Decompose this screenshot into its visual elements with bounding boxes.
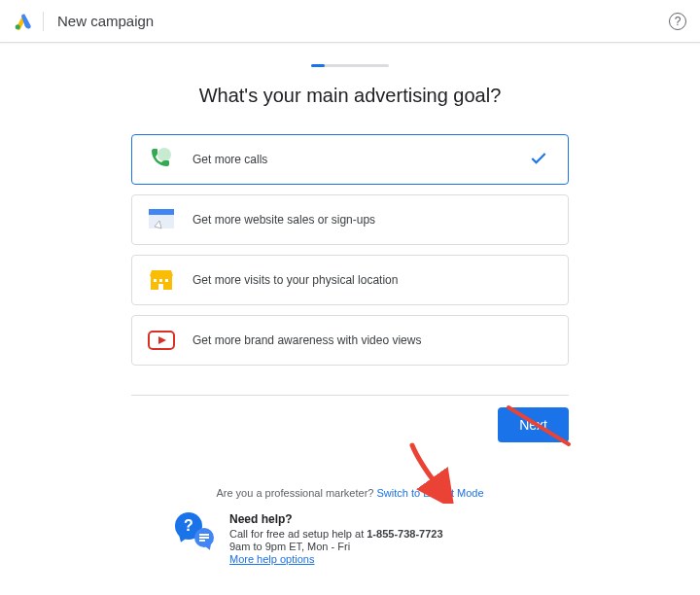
svg-rect-12 [199, 537, 209, 539]
svg-point-0 [16, 24, 20, 29]
header-divider [43, 12, 44, 31]
option-physical-location[interactable]: Get more visits to your physical locatio… [131, 255, 569, 305]
progress-bar [311, 64, 389, 67]
chat-bubbles-icon: ? [175, 512, 218, 547]
section-divider [131, 395, 569, 396]
svg-rect-11 [199, 534, 209, 536]
help-hours: 9am to 9pm ET, Mon - Fri [229, 541, 443, 552]
more-help-link[interactable]: More help options [229, 553, 314, 565]
video-icon [148, 330, 175, 351]
promo-question: Are you a professional marketer? [216, 487, 376, 499]
option-label: Get more brand awareness with video view… [192, 333, 421, 347]
header-bar: New campaign ? [0, 0, 700, 43]
svg-rect-3 [149, 215, 174, 228]
option-label: Get more visits to your physical locatio… [192, 273, 398, 287]
option-video-views[interactable]: Get more brand awareness with video view… [131, 315, 569, 366]
help-title: Need help? [229, 512, 443, 526]
option-label: Get more calls [192, 153, 267, 166]
switch-expert-mode-link[interactable]: Switch to Expert Mode [377, 487, 484, 499]
help-line-phone: Call for free ad setup help at 1-855-738… [229, 528, 443, 540]
goal-options: Get more calls Get more website sales or… [131, 134, 569, 366]
option-website-sales[interactable]: Get more website sales or sign-ups [131, 194, 569, 245]
check-icon [529, 149, 548, 171]
next-button[interactable]: Next [498, 407, 569, 442]
svg-point-1 [158, 148, 171, 161]
expert-mode-promo: Are you a professional marketer? Switch … [58, 487, 642, 499]
main-content: What's your main advertising goal? Get m… [0, 43, 700, 566]
option-label: Get more website sales or sign-ups [192, 213, 375, 227]
svg-rect-13 [199, 540, 205, 542]
help-phone-number: 1-855-738-7723 [367, 528, 442, 540]
phone-icon [148, 149, 175, 170]
help-icon[interactable]: ? [669, 13, 686, 30]
svg-rect-8 [158, 284, 163, 290]
svg-rect-6 [159, 279, 162, 282]
store-icon [148, 269, 175, 291]
page-title: New campaign [57, 13, 154, 29]
svg-rect-5 [154, 279, 157, 282]
help-block: ? Need help? Call for free ad setup help… [175, 512, 525, 566]
svg-rect-2 [149, 209, 174, 215]
option-get-more-calls[interactable]: Get more calls [131, 134, 569, 185]
ads-logo-icon [14, 12, 33, 31]
question-heading: What's your main advertising goal? [58, 85, 642, 107]
browser-icon [148, 209, 175, 230]
progress-fill [311, 64, 325, 67]
svg-rect-7 [165, 279, 168, 282]
